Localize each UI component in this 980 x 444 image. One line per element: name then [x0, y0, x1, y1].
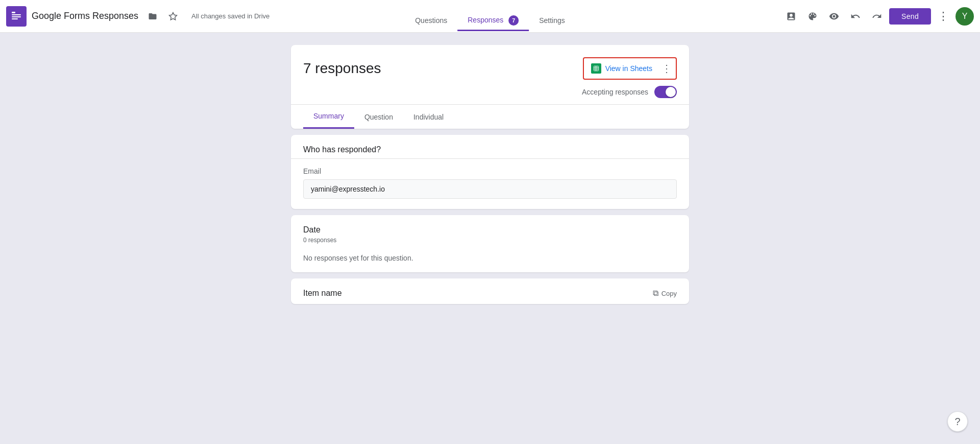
accepting-toggle[interactable] [654, 86, 677, 98]
avatar[interactable]: Y [955, 7, 974, 26]
responses-header: 7 responses [291, 45, 689, 80]
topbar-icons [143, 7, 182, 26]
undo-btn[interactable] [846, 7, 865, 26]
sub-tab-question[interactable]: Question [354, 105, 403, 129]
more-options-btn[interactable]: ⋮ [934, 7, 952, 26]
save-status: All changes saved in Drive [191, 12, 270, 20]
responses-summary-card: 7 responses [291, 45, 689, 129]
sheets-more-btn[interactable]: ⋮ [658, 60, 675, 77]
topbar-right: Send ⋮ Y [782, 7, 974, 26]
topbar: Google Forms Responses All changes saved… [0, 0, 980, 33]
date-title: Date [291, 215, 689, 237]
customize-btn[interactable] [803, 7, 822, 26]
svg-rect-0 [12, 12, 15, 13]
who-responded-title: Who has responded? [291, 135, 689, 159]
content-wrap: 7 responses [291, 45, 689, 310]
toggle-thumb [666, 87, 676, 97]
date-no-response: No responses yet for this question. [291, 250, 689, 272]
responses-badge: 7 [508, 15, 519, 26]
tab-settings[interactable]: Settings [529, 12, 575, 30]
email-value: yamini@expresstech.io [303, 179, 677, 199]
item-name-title: Item name [303, 289, 342, 298]
accepting-row: Accepting responses [291, 80, 689, 104]
accepting-label: Accepting responses [582, 88, 648, 96]
preview-btn[interactable] [825, 7, 843, 26]
app-icon [6, 6, 27, 27]
svg-marker-4 [169, 12, 177, 19]
email-label: Email [303, 167, 677, 175]
date-response-count: 0 responses [291, 237, 689, 250]
sub-tab-summary[interactable]: Summary [303, 105, 354, 129]
svg-rect-1 [12, 14, 21, 15]
view-sheets-label: View in Sheets [605, 64, 652, 73]
view-sheets-btn-wrap: View in Sheets ⋮ [583, 57, 677, 80]
svg-rect-3 [12, 18, 18, 19]
sheets-icon [591, 63, 601, 74]
help-button[interactable]: ? [947, 411, 968, 432]
who-responded-card: Who has responded? Email yamini@expresst… [291, 135, 689, 209]
header-actions: View in Sheets ⋮ [583, 57, 677, 80]
folder-btn[interactable] [143, 7, 162, 26]
svg-rect-5 [594, 66, 598, 71]
doc-title: Google Forms Responses [32, 11, 138, 21]
item-name-card: Item name ⧉ Copy [291, 278, 689, 304]
copy-button[interactable]: ⧉ Copy [653, 289, 677, 298]
response-sub-tabs: Summary Question Individual [291, 104, 689, 129]
star-btn[interactable] [164, 7, 182, 26]
view-in-sheets-button[interactable]: View in Sheets [585, 59, 658, 78]
date-card: Date 0 responses No responses yet for th… [291, 215, 689, 272]
tab-questions[interactable]: Questions [405, 12, 457, 30]
responses-count: 7 responses [303, 60, 381, 77]
send-button[interactable]: Send [889, 8, 931, 25]
template-gallery-btn[interactable] [782, 7, 800, 26]
topbar-left: Google Forms Responses All changes saved… [6, 6, 782, 27]
who-responded-body: Email yamini@expresstech.io [291, 159, 689, 209]
main-content: 7 responses [0, 33, 980, 444]
copy-icon: ⧉ [653, 289, 658, 298]
sub-tab-individual[interactable]: Individual [403, 105, 454, 129]
redo-btn[interactable] [868, 7, 886, 26]
copy-label: Copy [662, 290, 677, 297]
svg-rect-2 [12, 16, 21, 17]
tab-responses[interactable]: Responses 7 [457, 11, 529, 31]
nav-tabs: Questions Responses 7 Settings [405, 6, 575, 26]
